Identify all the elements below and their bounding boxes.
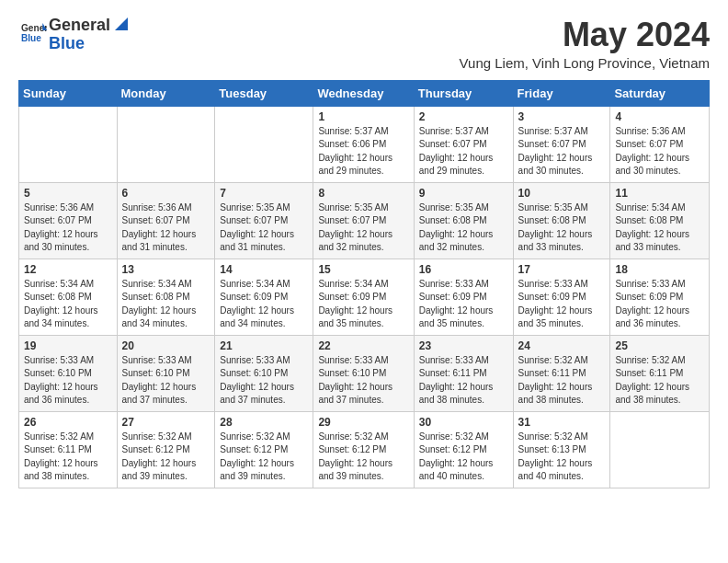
day-number: 10 [518,187,606,200]
day-info: Sunrise: 5:32 AMSunset: 6:12 PMDaylight:… [220,431,308,484]
table-row: 11Sunrise: 5:34 AMSunset: 6:08 PMDayligh… [610,182,710,259]
logo: General Blue General Blue [18,17,131,53]
day-info: Sunrise: 5:35 AMSunset: 6:08 PMDaylight:… [518,201,606,255]
day-number: 18 [615,263,704,276]
table-row: 21Sunrise: 5:33 AMSunset: 6:10 PMDayligh… [215,335,313,411]
day-info: Sunrise: 5:37 AMSunset: 6:07 PMDaylight:… [419,125,508,178]
day-number: 24 [518,339,606,352]
table-row: 19Sunrise: 5:33 AMSunset: 6:10 PMDayligh… [19,335,118,411]
title-block: May 2024 Vung Liem, Vinh Long Province, … [460,17,710,71]
table-row [215,106,313,182]
day-info: Sunrise: 5:34 AMSunset: 6:09 PMDaylight:… [220,278,308,331]
logo-block: General Blue [18,20,47,50]
day-number: 20 [122,339,210,352]
day-number: 3 [518,110,606,123]
day-info: Sunrise: 5:32 AMSunset: 6:11 PMDaylight:… [518,354,606,408]
month-year-title: May 2024 [460,17,710,53]
day-info: Sunrise: 5:33 AMSunset: 6:10 PMDaylight:… [122,354,210,408]
table-row: 29Sunrise: 5:32 AMSunset: 6:12 PMDayligh… [313,411,414,488]
day-number: 2 [419,110,508,123]
table-row: 3Sunrise: 5:37 AMSunset: 6:07 PMDaylight… [513,106,610,182]
table-row: 31Sunrise: 5:32 AMSunset: 6:13 PMDayligh… [513,411,610,488]
header-sunday: Sunday [19,80,118,106]
table-row: 7Sunrise: 5:35 AMSunset: 6:07 PMDaylight… [215,182,313,259]
table-row: 26Sunrise: 5:32 AMSunset: 6:11 PMDayligh… [19,411,118,488]
day-info: Sunrise: 5:36 AMSunset: 6:07 PMDaylight:… [24,201,112,255]
table-row: 4Sunrise: 5:36 AMSunset: 6:07 PMDaylight… [610,106,710,182]
day-info: Sunrise: 5:37 AMSunset: 6:07 PMDaylight:… [518,125,606,178]
day-number: 9 [419,187,508,200]
day-number: 1 [318,110,408,123]
table-row: 12Sunrise: 5:34 AMSunset: 6:08 PMDayligh… [19,259,118,335]
day-info: Sunrise: 5:34 AMSunset: 6:08 PMDaylight:… [615,201,704,255]
table-row: 16Sunrise: 5:33 AMSunset: 6:09 PMDayligh… [414,259,513,335]
header-tuesday: Tuesday [215,80,313,106]
location-subtitle: Vung Liem, Vinh Long Province, Vietnam [460,55,710,71]
day-info: Sunrise: 5:33 AMSunset: 6:09 PMDaylight:… [518,278,606,331]
day-number: 23 [419,339,508,352]
table-row: 18Sunrise: 5:33 AMSunset: 6:09 PMDayligh… [610,259,710,335]
table-row: 30Sunrise: 5:32 AMSunset: 6:12 PMDayligh… [414,411,513,488]
calendar-week-row: 12Sunrise: 5:34 AMSunset: 6:08 PMDayligh… [19,259,710,335]
day-info: Sunrise: 5:32 AMSunset: 6:11 PMDaylight:… [615,354,704,408]
calendar-week-row: 5Sunrise: 5:36 AMSunset: 6:07 PMDaylight… [19,182,710,259]
header-thursday: Thursday [414,80,513,106]
logo-blue: Blue [49,34,85,52]
table-row: 6Sunrise: 5:36 AMSunset: 6:07 PMDaylight… [117,182,215,259]
table-row: 25Sunrise: 5:32 AMSunset: 6:11 PMDayligh… [610,335,710,411]
day-number: 29 [318,416,408,429]
day-info: Sunrise: 5:34 AMSunset: 6:08 PMDaylight:… [24,278,112,331]
calendar-week-row: 19Sunrise: 5:33 AMSunset: 6:10 PMDayligh… [19,335,710,411]
day-number: 4 [615,110,704,123]
day-number: 8 [318,187,408,200]
day-number: 21 [220,339,308,352]
day-number: 26 [24,416,112,429]
day-number: 16 [419,263,508,276]
day-info: Sunrise: 5:36 AMSunset: 6:07 PMDaylight:… [615,125,704,178]
day-number: 30 [419,416,508,429]
table-row [117,106,215,182]
logo-triangle-icon [111,14,131,34]
day-info: Sunrise: 5:33 AMSunset: 6:10 PMDaylight:… [220,354,308,408]
calendar-table: Sunday Monday Tuesday Wednesday Thursday… [18,80,710,488]
day-info: Sunrise: 5:34 AMSunset: 6:09 PMDaylight:… [318,278,408,331]
day-info: Sunrise: 5:34 AMSunset: 6:08 PMDaylight:… [122,278,210,331]
day-number: 12 [24,263,112,276]
logo-general: General [49,17,110,35]
calendar-week-row: 26Sunrise: 5:32 AMSunset: 6:11 PMDayligh… [19,411,710,488]
table-row: 17Sunrise: 5:33 AMSunset: 6:09 PMDayligh… [513,259,610,335]
table-row: 13Sunrise: 5:34 AMSunset: 6:08 PMDayligh… [117,259,215,335]
header-monday: Monday [117,80,215,106]
logo-text: General Blue [49,17,131,53]
day-number: 14 [220,263,308,276]
header-wednesday: Wednesday [313,80,414,106]
day-info: Sunrise: 5:33 AMSunset: 6:09 PMDaylight:… [419,278,508,331]
day-info: Sunrise: 5:35 AMSunset: 6:07 PMDaylight:… [220,201,308,255]
day-number: 31 [518,416,606,429]
day-info: Sunrise: 5:32 AMSunset: 6:12 PMDaylight:… [318,431,408,484]
table-row: 14Sunrise: 5:34 AMSunset: 6:09 PMDayligh… [215,259,313,335]
svg-marker-4 [115,17,128,30]
day-info: Sunrise: 5:33 AMSunset: 6:09 PMDaylight:… [615,278,704,331]
table-row: 22Sunrise: 5:33 AMSunset: 6:10 PMDayligh… [313,335,414,411]
day-number: 22 [318,339,408,352]
table-row [610,411,710,488]
day-info: Sunrise: 5:32 AMSunset: 6:11 PMDaylight:… [24,431,112,484]
table-row: 20Sunrise: 5:33 AMSunset: 6:10 PMDayligh… [117,335,215,411]
day-number: 19 [24,339,112,352]
day-info: Sunrise: 5:33 AMSunset: 6:11 PMDaylight:… [419,354,508,408]
day-number: 6 [122,187,210,200]
day-info: Sunrise: 5:32 AMSunset: 6:12 PMDaylight:… [122,431,210,484]
table-row: 2Sunrise: 5:37 AMSunset: 6:07 PMDaylight… [414,106,513,182]
day-number: 27 [122,416,210,429]
day-number: 25 [615,339,704,352]
day-info: Sunrise: 5:32 AMSunset: 6:13 PMDaylight:… [518,431,606,484]
table-row: 15Sunrise: 5:34 AMSunset: 6:09 PMDayligh… [313,259,414,335]
header: General Blue General Blue May 2024 V [18,17,710,71]
page: General Blue General Blue May 2024 V [0,0,728,505]
svg-text:Blue: Blue [21,33,41,43]
header-friday: Friday [513,80,610,106]
table-row: 5Sunrise: 5:36 AMSunset: 6:07 PMDaylight… [19,182,118,259]
day-number: 7 [220,187,308,200]
day-number: 17 [518,263,606,276]
